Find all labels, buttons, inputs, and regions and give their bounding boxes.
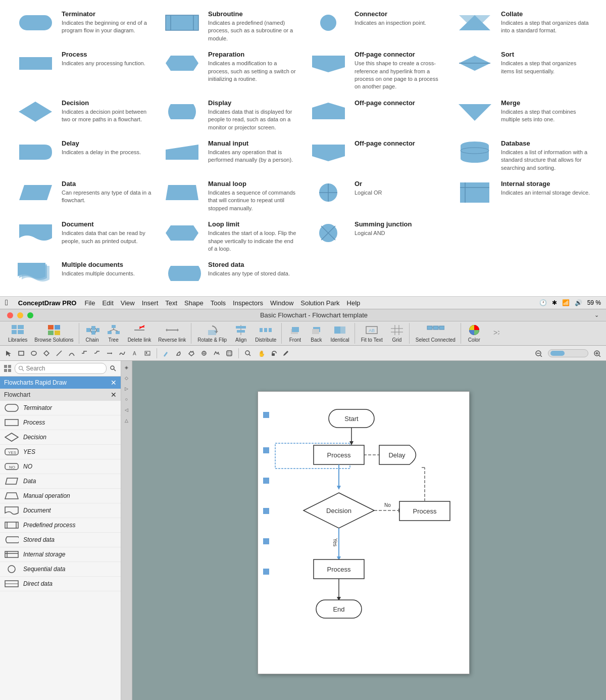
list-item[interactable]: Data bbox=[0, 474, 121, 489]
tool-rect[interactable] bbox=[16, 348, 27, 359]
menu-solution-park[interactable]: Solution Park bbox=[300, 299, 339, 307]
tool-zoom-select[interactable] bbox=[242, 348, 254, 359]
tool-text[interactable]: A bbox=[129, 348, 140, 359]
chain-button[interactable]: Chain bbox=[82, 323, 103, 344]
list-item[interactable]: Internal storage bbox=[0, 547, 121, 562]
tool-pen5[interactable] bbox=[211, 348, 222, 359]
color-button[interactable]: Color bbox=[464, 323, 484, 344]
reverse-link-button[interactable]: Reverse link bbox=[155, 323, 189, 344]
zoom-slider[interactable] bbox=[548, 349, 588, 357]
rotate-flip-button[interactable]: Rotate & Flip bbox=[194, 323, 230, 344]
menu-window[interactable]: Window bbox=[270, 299, 293, 307]
identical-button[interactable]: Identical bbox=[327, 323, 352, 344]
canvas-tool-6[interactable]: △ bbox=[122, 416, 131, 425]
svg-rect-73 bbox=[292, 327, 299, 332]
document-icon bbox=[15, 220, 56, 246]
tool-lock[interactable] bbox=[268, 348, 279, 359]
minimize-btn[interactable] bbox=[17, 312, 23, 318]
panel-flowcharts-rapid-draw[interactable]: Flowcharts Rapid Draw ✕ bbox=[0, 377, 121, 389]
canvas-area[interactable]: ◈ ◇ ▷ ○ ◁ △ Start bbox=[121, 361, 606, 700]
tool-connector1[interactable] bbox=[79, 348, 90, 359]
front-button[interactable]: Front bbox=[285, 323, 305, 344]
canvas-tool-1[interactable]: ◈ bbox=[122, 363, 131, 372]
terminator-icon bbox=[15, 10, 56, 35]
search-input[interactable] bbox=[15, 363, 107, 374]
tool-connector2[interactable] bbox=[91, 348, 103, 359]
list-item[interactable]: Decision bbox=[0, 430, 121, 445]
tool-ellipse[interactable] bbox=[28, 348, 39, 359]
tool-image[interactable] bbox=[142, 348, 153, 359]
menu-text[interactable]: Text bbox=[165, 299, 177, 307]
svg-rect-53 bbox=[108, 331, 112, 334]
process-icon bbox=[15, 51, 56, 76]
list-item[interactable]: Predefined process bbox=[0, 518, 121, 533]
list-item[interactable]: Direct data bbox=[0, 577, 121, 591]
panel-flowchart[interactable]: Flowchart ✕ bbox=[0, 389, 121, 401]
toolbar-group-fit: AB Fit to Text Grid bbox=[356, 323, 410, 344]
canvas-tool-2[interactable]: ◇ bbox=[122, 374, 131, 383]
menu-view[interactable]: View bbox=[121, 299, 135, 307]
list-item[interactable]: Document bbox=[0, 503, 121, 518]
connector-icon bbox=[308, 10, 348, 35]
menu-file[interactable]: File bbox=[84, 299, 95, 307]
tool-diamond[interactable] bbox=[41, 348, 52, 359]
tool-pen3[interactable] bbox=[186, 348, 197, 359]
tool-curve[interactable] bbox=[66, 348, 77, 359]
zoom-in-button[interactable] bbox=[592, 348, 603, 359]
svg-line-57 bbox=[114, 330, 118, 331]
or-icon bbox=[308, 180, 348, 205]
close-panel-btn[interactable]: ✕ bbox=[111, 379, 117, 387]
list-item[interactable]: Sequential data bbox=[0, 562, 121, 577]
search-button[interactable] bbox=[109, 363, 118, 374]
svg-rect-75 bbox=[312, 329, 319, 334]
svg-rect-67 bbox=[236, 326, 246, 329]
back-icon bbox=[309, 324, 323, 336]
tree-button[interactable]: Tree bbox=[104, 323, 124, 344]
zoom-out-button[interactable] bbox=[533, 348, 544, 359]
canvas-tool-5[interactable]: ◁ bbox=[122, 405, 131, 414]
close-btn[interactable] bbox=[7, 312, 13, 318]
tool-pen4[interactable] bbox=[198, 348, 210, 359]
tool-pencil[interactable] bbox=[280, 348, 291, 359]
separator bbox=[157, 348, 157, 358]
delete-link-button[interactable]: Delete link bbox=[125, 323, 155, 344]
list-item[interactable]: Process bbox=[0, 415, 121, 430]
back-button[interactable]: Back bbox=[306, 323, 326, 344]
menu-edit[interactable]: Edit bbox=[102, 299, 113, 307]
menu-tools[interactable]: Tools bbox=[211, 299, 226, 307]
grid-view-button[interactable] bbox=[3, 363, 13, 374]
list-item[interactable]: Stored data bbox=[0, 533, 121, 547]
tool-pen1[interactable] bbox=[161, 348, 172, 359]
list-item[interactable]: YES YES bbox=[0, 445, 121, 459]
tool-pen2[interactable] bbox=[173, 348, 184, 359]
list-item[interactable]: Manual operation bbox=[0, 489, 121, 503]
more-button[interactable]: >> bbox=[485, 326, 506, 341]
menu-inspectors[interactable]: Inspectors bbox=[233, 299, 263, 307]
maximize-btn[interactable] bbox=[27, 312, 33, 318]
svg-rect-85 bbox=[433, 326, 438, 330]
tool-connector3[interactable] bbox=[104, 348, 115, 359]
browse-solutions-button[interactable]: Browse Solutions bbox=[31, 323, 76, 344]
close-panel2-btn[interactable]: ✕ bbox=[111, 391, 117, 399]
tool-freehand[interactable] bbox=[117, 348, 128, 359]
tool-pan[interactable]: ✋ bbox=[255, 348, 266, 359]
menu-help[interactable]: Help bbox=[347, 299, 361, 307]
menu-insert[interactable]: Insert bbox=[142, 299, 159, 307]
grid-button[interactable]: Grid bbox=[387, 323, 407, 344]
align-button[interactable]: Align bbox=[231, 323, 251, 344]
distribute-button[interactable]: Distribute bbox=[252, 323, 279, 344]
tool-select[interactable] bbox=[3, 348, 14, 359]
canvas-document[interactable]: Start Process Delay bbox=[258, 391, 470, 674]
tool-line[interactable] bbox=[54, 348, 65, 359]
list-item[interactable]: Terminator bbox=[0, 401, 121, 415]
fit-to-text-button[interactable]: AB Fit to Text bbox=[358, 323, 386, 344]
svg-rect-149 bbox=[263, 538, 269, 544]
list-item[interactable]: NO NO bbox=[0, 459, 121, 474]
libraries-button[interactable]: Libraries bbox=[5, 323, 30, 344]
canvas-tool-4[interactable]: ○ bbox=[122, 395, 131, 404]
menu-shape[interactable]: Shape bbox=[184, 299, 204, 307]
canvas-tool-3[interactable]: ▷ bbox=[122, 384, 131, 393]
shape-or: Or Logical OR bbox=[308, 180, 444, 212]
tool-pen6[interactable] bbox=[224, 348, 235, 359]
select-connected-button[interactable]: Select Connected bbox=[413, 323, 459, 344]
